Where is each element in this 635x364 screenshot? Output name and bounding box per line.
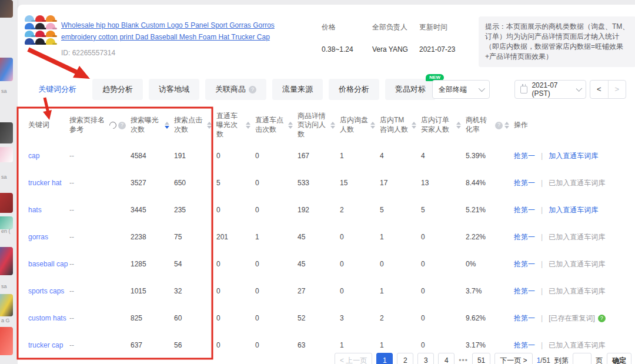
sort-control[interactable] <box>207 122 212 129</box>
tab-related-products[interactable]: 关联商品? <box>205 79 266 100</box>
grab-first-link[interactable]: 抢第一 <box>514 259 535 269</box>
keyword-table: 关键词搜索页排名参考?搜索曝光次数搜索点击次数直通车曝光次数直通车点击次数商品详… <box>28 108 629 359</box>
tab-trend-analysis[interactable]: 趋势分析 <box>92 79 143 100</box>
tab-keyword-analysis[interactable]: 关键词分析 <box>28 79 86 100</box>
sort-desc-icon <box>370 126 375 129</box>
cap-image <box>46 23 55 29</box>
owner-value: Vera YANG <box>372 45 408 54</box>
value-text: 2 <box>380 314 384 322</box>
cell-search-impressions: 637 <box>131 341 174 349</box>
grab-first-link[interactable]: 抢第一 <box>514 340 535 350</box>
value-text: 0 <box>380 260 384 268</box>
keyword-link[interactable]: gorras <box>28 233 48 241</box>
tab-visitor-region[interactable]: 访客地域 <box>149 79 199 100</box>
cell-order-buyers: 13 <box>421 179 466 187</box>
tab-competitor-benchmark[interactable]: 竞品对标NEW <box>385 79 436 100</box>
help-icon[interactable]: ? <box>598 315 606 322</box>
p4p-status-text: [已存在重复词] <box>549 313 595 323</box>
column-label: 搜索曝光次数 <box>131 116 163 134</box>
next-page-button[interactable]: 下一页 > <box>494 353 532 364</box>
value-text: 3.7% <box>466 287 482 295</box>
cell-search-clicks: 650 <box>174 179 216 187</box>
value-text: 1 <box>380 287 384 295</box>
sort-control[interactable] <box>288 122 293 129</box>
grab-first-link[interactable]: 抢第一 <box>514 178 535 188</box>
sort-control[interactable] <box>246 122 250 129</box>
cell-inquiry-users: 0 <box>340 287 380 295</box>
keyword-link[interactable]: baseball cap <box>28 260 68 268</box>
sort-control[interactable] <box>504 122 509 129</box>
calendar-icon <box>520 86 527 93</box>
value-text: 1 <box>340 341 344 349</box>
cell-detail-visitors: 45 <box>298 233 340 241</box>
grab-first-link[interactable]: 抢第一 <box>514 313 535 323</box>
cell-conversion-rate: 2.22% <box>466 233 514 241</box>
product-title-link[interactable]: Wholesale hip hop Blank Custom Logo 5 Pa… <box>61 20 301 44</box>
cell-search-rank-ref: -- <box>69 233 131 241</box>
cell-conversion-rate: 5.21% <box>466 206 514 214</box>
keyword-link[interactable]: sports caps <box>28 287 64 295</box>
cell-keyword: sports caps <box>28 287 69 295</box>
grab-first-link[interactable]: 抢第一 <box>514 286 535 296</box>
page-button-2[interactable]: 2 <box>397 353 413 364</box>
terminal-select[interactable]: 全部终端 <box>432 80 490 99</box>
page-jump-input[interactable] <box>573 353 591 364</box>
pagination: < 上一页1234•••51下一页 >1/51到第页确定 <box>327 352 631 364</box>
action-separator: | <box>541 206 543 214</box>
grab-first-link[interactable]: 抢第一 <box>514 232 535 242</box>
value-text: 8.44% <box>466 179 486 187</box>
cell-p4p-impressions: 201 <box>216 233 255 241</box>
cell-actions: 抢第一|已加入直通车词库 <box>514 259 629 269</box>
add-to-p4p-link[interactable]: 加入直通车词库 <box>549 205 598 215</box>
sort-asc-icon <box>456 122 461 125</box>
sort-control[interactable] <box>456 122 461 129</box>
next-month-button-disabled: > <box>609 81 626 98</box>
sort-control[interactable] <box>412 122 416 129</box>
date-picker[interactable]: 2021-07 (PST) <box>514 80 586 99</box>
cell-actions: 抢第一|加入直通车词库 <box>514 205 629 215</box>
page-button-1[interactable]: 1 <box>376 353 393 364</box>
background-text-fragment: en ( <box>1 228 11 234</box>
keyword-link[interactable]: custom hats <box>28 314 66 322</box>
value-text: 0 <box>216 314 220 322</box>
keyword-link[interactable]: cap <box>28 152 39 160</box>
sort-control[interactable] <box>330 122 335 129</box>
cell-tm-users: 17 <box>380 179 421 187</box>
sort-desc-icon <box>207 126 212 129</box>
confirm-button[interactable]: 确定 <box>607 353 631 364</box>
refresh-icon[interactable] <box>108 121 118 131</box>
tab-price-analysis[interactable]: 价格分析 <box>329 79 379 100</box>
page-button-4[interactable]: 4 <box>438 353 454 364</box>
grab-first-link[interactable]: 抢第一 <box>514 151 535 161</box>
help-icon[interactable]: ? <box>118 122 126 129</box>
value-text: 3.17% <box>466 341 486 349</box>
sort-control[interactable] <box>165 122 169 129</box>
cell-p4p-impressions: 0 <box>216 260 255 268</box>
tab-traffic-source[interactable]: 流量来源 <box>272 79 323 100</box>
price-label: 价格 <box>322 23 336 31</box>
rank-ref-value: -- <box>69 233 74 241</box>
page-button-51[interactable]: 51 <box>472 353 490 364</box>
page-button-3[interactable]: 3 <box>417 353 434 364</box>
value-text: 0 <box>255 179 259 187</box>
keyword-link[interactable]: trucker cap <box>28 341 63 349</box>
cell-order-buyers: 4 <box>421 152 466 160</box>
sort-asc-icon <box>330 122 335 125</box>
value-text: 2.22% <box>466 233 486 241</box>
value-text: 0 <box>216 206 220 214</box>
sort-asc-icon <box>165 122 169 125</box>
add-to-p4p-link[interactable]: 加入直通车词库 <box>549 151 598 161</box>
cell-search-impressions: 1015 <box>131 287 174 295</box>
keyword-link[interactable]: hats <box>28 206 42 214</box>
keyword-link[interactable]: trucker hat <box>28 179 62 187</box>
help-icon[interactable]: ? <box>249 86 256 93</box>
help-icon[interactable]: ? <box>495 122 503 129</box>
prev-month-button[interactable]: < <box>590 81 609 98</box>
cell-detail-visitors: 27 <box>298 287 340 295</box>
column-label: 店内TM咨询人数 <box>380 116 410 134</box>
chevron-down-icon <box>576 85 583 92</box>
grab-first-link[interactable]: 抢第一 <box>514 205 535 215</box>
cap-image <box>25 31 34 37</box>
sort-control[interactable] <box>370 122 375 129</box>
cap-image <box>46 31 55 37</box>
